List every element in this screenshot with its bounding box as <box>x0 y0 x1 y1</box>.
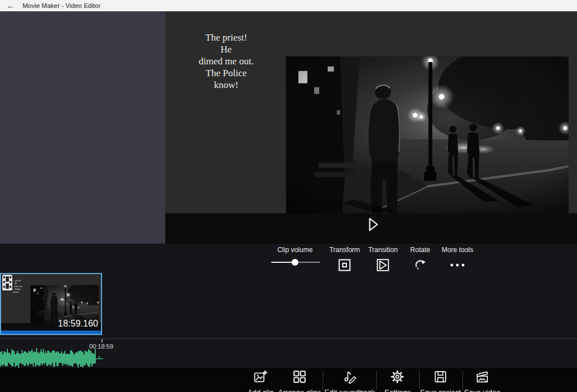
clip-volume-label: Clip volume <box>278 246 313 254</box>
add-clip-icon <box>253 369 268 384</box>
caption-line: He <box>177 43 276 55</box>
clip-selection-bar <box>1 331 101 334</box>
app-title: Movie Maker - Video Editor <box>23 2 100 9</box>
titlebar: ← Movie Maker - Video Editor <box>0 0 577 11</box>
media-panel <box>0 11 165 244</box>
save-video-icon <box>475 369 490 384</box>
transition-label: Transition <box>368 246 398 254</box>
timeline-clip[interactable]: The priest! He dimed me out. The Police … <box>0 273 102 335</box>
settings-icon <box>390 369 405 384</box>
save-project-button[interactable]: Save project <box>420 369 461 392</box>
clip-volume-slider[interactable] <box>271 258 320 266</box>
toolbar-label: Settings <box>385 388 411 392</box>
video-preview: The priest! He dimed me out. The Police … <box>165 11 577 244</box>
edit-soundtrack-icon <box>342 369 357 384</box>
toolbar-label: Arrange clips <box>278 388 321 392</box>
bottom-toolbar: Add clip Arrange clips Edit soundtrack <box>0 368 577 392</box>
film-strip-icon <box>1 274 14 291</box>
slider-thumb[interactable] <box>292 259 298 266</box>
rotate-button[interactable]: Rotate <box>410 246 430 272</box>
toolbar-label: Save video <box>464 388 500 392</box>
rotate-icon <box>413 258 427 272</box>
arrange-clips-icon <box>292 369 307 384</box>
toolbar-label: Add clip <box>248 388 274 392</box>
settings-button[interactable]: Settings <box>385 369 411 392</box>
toolbar-divider <box>323 371 323 390</box>
caption-line: dimed me out. <box>177 55 276 67</box>
transform-icon <box>338 258 351 272</box>
caption-text: The priest! He dimed me out. The Police … <box>177 32 276 91</box>
video-frame: The priest! He dimed me out. The Police … <box>165 11 577 244</box>
video-frame-image <box>286 56 569 213</box>
rotate-label: Rotate <box>410 246 430 254</box>
toolbar-divider <box>463 371 463 390</box>
app-window: ← Movie Maker - Video Editor The priest!… <box>0 0 577 392</box>
add-clip-button[interactable]: Add clip <box>248 369 274 392</box>
transform-label: Transform <box>329 246 360 254</box>
caption-line: The priest! <box>177 32 276 43</box>
transform-button[interactable]: Transform <box>329 246 360 272</box>
save-project-icon <box>433 369 448 384</box>
transition-button[interactable]: Transition <box>368 246 398 272</box>
toolbar-label: Edit soundtrack <box>324 388 375 392</box>
ruler-tick <box>102 339 103 342</box>
timeline-region: Clip volume Transform Transition Rotate <box>0 244 577 368</box>
more-tools-label: More tools <box>442 246 473 254</box>
toolbar-label: Save project <box>420 388 461 392</box>
more-tools-icon <box>448 258 466 272</box>
play-icon[interactable] <box>368 217 379 232</box>
edit-soundtrack-button[interactable]: Edit soundtrack <box>324 369 375 392</box>
track-separator <box>0 338 577 339</box>
arrange-clips-button[interactable]: Arrange clips <box>278 369 321 392</box>
more-tools-button[interactable]: More tools <box>442 246 473 272</box>
transition-icon <box>376 258 390 272</box>
toolbar-divider <box>419 371 420 390</box>
caption-line: The Police <box>177 67 276 79</box>
clip-duration: 18:59.160 <box>58 319 98 329</box>
toolbar-divider <box>376 371 377 390</box>
audio-waveform[interactable] <box>0 349 104 368</box>
caption-line: know! <box>177 79 276 91</box>
slider-track <box>295 262 320 263</box>
back-arrow-icon[interactable]: ← <box>7 2 15 10</box>
save-video-button[interactable]: Save video <box>464 369 500 392</box>
